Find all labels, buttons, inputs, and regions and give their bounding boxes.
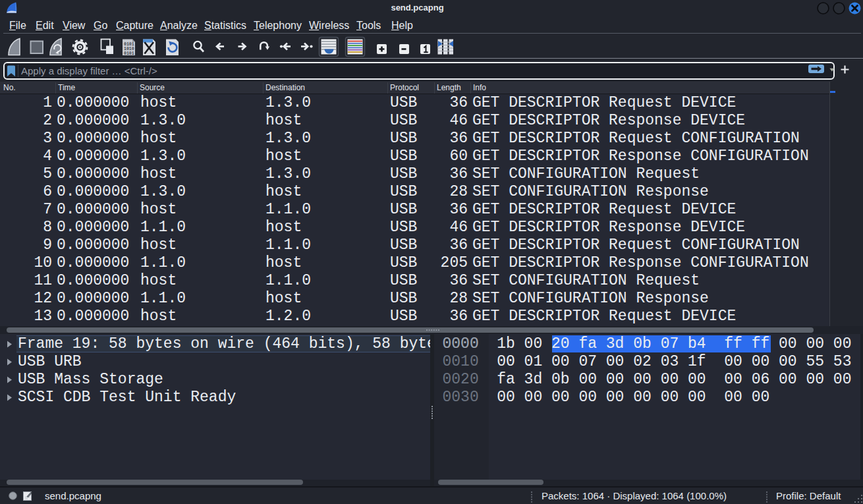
- svg-text:0101: 0101: [124, 51, 134, 56]
- svg-text:0101: 0101: [124, 42, 134, 47]
- svg-text:1010: 1010: [124, 47, 134, 51]
